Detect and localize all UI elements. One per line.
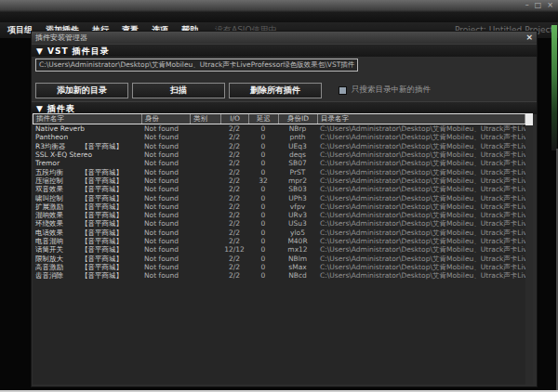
column-header[interactable]: 身份 <box>142 114 191 124</box>
new-plugins-only-option: 只搜索目录中新的插件 <box>339 85 431 96</box>
minimize-icon[interactable]: – <box>525 2 529 9</box>
cell-directory: C:\Users\Administrator\Desktop\艾肯Mobileu… <box>317 203 525 211</box>
dialog-close-icon[interactable]: × <box>525 32 533 44</box>
plugin-store-tag: 【音平商城】 <box>81 168 123 176</box>
plugin-store-tag: 【音平商城】 <box>81 194 123 203</box>
table-row[interactable]: Native ReverbNot found2/20NBrpC:\Users\A… <box>33 124 525 133</box>
plugin-table-body: Native ReverbNot found2/20NBrpC:\Users\A… <box>33 124 525 385</box>
cell-id: pnth <box>278 133 317 141</box>
table-row[interactable]: 五段均衡【音平商城】Not found2/20PrSTC:\Users\Admi… <box>33 167 525 176</box>
cell-delay: 0 <box>248 142 278 150</box>
cell-status: Not found <box>141 263 190 271</box>
table-row[interactable]: 电音混响【音平商城】Not found2/20M40RC:\Users\Admi… <box>33 237 525 245</box>
table-row[interactable]: PantheonNot found2/20pnthC:\Users\Admini… <box>33 133 525 141</box>
cell-delay: 0 <box>248 124 278 133</box>
table-row[interactable]: 高音激励【音平商城】Not found2/20sMaxC:\Users\Admi… <box>33 263 525 271</box>
new-plugins-only-label: 只搜索目录中新的插件 <box>352 85 431 96</box>
plugin-manager-dialog: 插件安装管理器 × ▼ VST 插件目录 C:\Users\Administra… <box>31 31 538 387</box>
cell-directory: C:\Users\Administrator\Desktop\艾肯Mobileu… <box>317 168 525 176</box>
cell-directory: C:\Users\Administrator\Desktop\艾肯Mobileu… <box>317 245 525 254</box>
column-header[interactable]: I/O <box>221 114 249 124</box>
cell-status: Not found <box>141 150 190 159</box>
cell-plugin-name: 电话效果【音平商城】 <box>33 229 141 237</box>
table-row[interactable]: SSL X-EQ StereoNot found2/20deqsC:\Users… <box>33 150 525 159</box>
cell-directory: C:\Users\Administrator\Desktop\艾肯Mobileu… <box>317 263 525 271</box>
cell-plugin-name: Tremor <box>33 159 141 167</box>
cell-directory: C:\Users\Administrator\Desktop\艾肯Mobileu… <box>317 124 525 133</box>
table-row[interactable]: 混响效果【音平商城】Not found2/20URv3C:\Users\Admi… <box>33 211 525 219</box>
column-header[interactable]: 目录名字 <box>318 114 525 124</box>
cell-plugin-name: 环绕效果【音平商城】 <box>33 219 141 228</box>
cell-io: 2/2 <box>220 168 248 176</box>
cell-io: 2/2 <box>220 176 248 185</box>
cell-delay: 0 <box>248 150 278 159</box>
cell-directory: C:\Users\Administrator\Desktop\艾肯Mobileu… <box>317 133 525 141</box>
column-header[interactable]: 类别 <box>191 114 221 124</box>
cell-directory: C:\Users\Administrator\Desktop\艾肯Mobileu… <box>317 237 525 245</box>
table-scrollbar-thumb[interactable] <box>525 113 533 125</box>
cell-status: Not found <box>141 203 190 211</box>
maximize-icon[interactable]: □ <box>535 2 542 9</box>
plugin-store-tag: 【音平商城】 <box>81 237 123 245</box>
cell-io: 2/2 <box>220 219 248 228</box>
table-scrollbar[interactable] <box>525 113 533 385</box>
cell-id: sMax <box>278 263 317 271</box>
cell-plugin-name: Native Reverb <box>33 124 141 133</box>
cell-id: SB07 <box>278 159 317 167</box>
cell-delay: 0 <box>248 211 278 219</box>
table-row[interactable]: 啸叫控制【音平商城】Not found2/20UPh3C:\Users\Admi… <box>33 193 525 202</box>
add-directory-button[interactable]: 添加新的目录 <box>35 83 128 98</box>
plugin-store-tag: 【音平商城】 <box>81 219 123 228</box>
column-header[interactable]: 身份ID <box>279 114 318 124</box>
cell-status: Not found <box>141 255 190 263</box>
table-row[interactable]: TremorNot found2/20SB07C:\Users\Administ… <box>33 159 525 167</box>
plugin-store-tag: 【音平商城】 <box>81 185 123 193</box>
cell-id: USu3 <box>278 219 317 228</box>
cell-delay: 0 <box>248 237 278 245</box>
cell-directory: C:\Users\Administrator\Desktop\艾肯Mobileu… <box>317 194 525 203</box>
close-icon[interactable]: × <box>547 2 553 9</box>
level-meter <box>551 25 557 150</box>
table-row[interactable]: R3均衡器【音平商城】Not found2/20UEq3C:\Users\Adm… <box>33 142 525 150</box>
table-row[interactable]: 限制放大【音平商城】Not found2/20NBlmC:\Users\Admi… <box>33 254 525 262</box>
new-plugins-only-checkbox[interactable] <box>339 86 347 95</box>
cell-delay: 0 <box>248 271 278 280</box>
dialog-titlebar[interactable]: 插件安装管理器 × <box>32 32 537 44</box>
column-header[interactable]: 延迟 <box>249 114 279 124</box>
cell-status: Not found <box>141 219 190 228</box>
cell-id: M40R <box>278 237 317 245</box>
cell-directory: C:\Users\Administrator\Desktop\艾肯Mobileu… <box>317 176 525 185</box>
plugin-table-section-header[interactable]: ▼ 插件表 <box>32 101 537 114</box>
cell-status: Not found <box>141 211 190 219</box>
window-titlebar: – □ × <box>0 0 558 22</box>
vst-directory-path-field[interactable]: C:\Users\Administrator\Desktop\艾肯Mobileu… <box>35 59 358 72</box>
vst-directory-section-header[interactable]: ▼ VST 插件目录 <box>32 44 537 57</box>
cell-plugin-name: 电音混响【音平商城】 <box>33 237 141 245</box>
cell-id: PrST <box>278 168 317 176</box>
cell-plugin-name: 限制放大【音平商城】 <box>33 255 141 263</box>
menu-item[interactable]: 项目组 <box>7 24 33 36</box>
cell-plugin-name: SSL X-EQ Stereo <box>33 150 141 159</box>
table-row[interactable]: 齿音消除【音平商城】Not found2/20NBcdC:\Users\Admi… <box>33 271 525 280</box>
cell-plugin-name: 双音效果【音平商城】 <box>33 185 141 193</box>
dialog-title: 插件安装管理器 <box>35 33 87 42</box>
table-row[interactable]: 电话效果【音平商城】Not found2/20ylo5C:\Users\Admi… <box>33 229 525 237</box>
cell-id: NBcd <box>278 271 317 280</box>
cell-directory: C:\Users\Administrator\Desktop\艾肯Mobileu… <box>317 229 525 237</box>
column-header[interactable]: 插件名字 <box>33 114 142 124</box>
cell-directory: C:\Users\Administrator\Desktop\艾肯Mobileu… <box>317 159 525 167</box>
cell-plugin-name: 啸叫控制【音平商城】 <box>33 194 141 203</box>
table-row[interactable]: 双音效果【音平商城】Not found2/20SB03C:\Users\Admi… <box>33 185 525 193</box>
table-row[interactable]: 话筒开关【音平商城】Not found12/120mx12C:\Users\Ad… <box>33 245 525 254</box>
remove-all-plugins-button[interactable]: 删除所有插件 <box>229 83 322 98</box>
table-row[interactable]: 扩展激励【音平商城】Not found2/20vfpvC:\Users\Admi… <box>33 203 525 211</box>
cell-delay: 0 <box>248 245 278 254</box>
table-row[interactable]: 压缩控制【音平商城】Not found2/232mpr2C:\Users\Adm… <box>33 176 525 185</box>
cell-io: 2/2 <box>220 203 248 211</box>
cell-io: 2/2 <box>220 194 248 203</box>
cell-io: 2/2 <box>220 124 248 133</box>
cell-delay: 0 <box>248 194 278 203</box>
cell-status: Not found <box>141 176 190 185</box>
scan-button[interactable]: 扫描 <box>132 83 225 98</box>
table-row[interactable]: 环绕效果【音平商城】Not found2/20USu3C:\Users\Admi… <box>33 219 525 228</box>
